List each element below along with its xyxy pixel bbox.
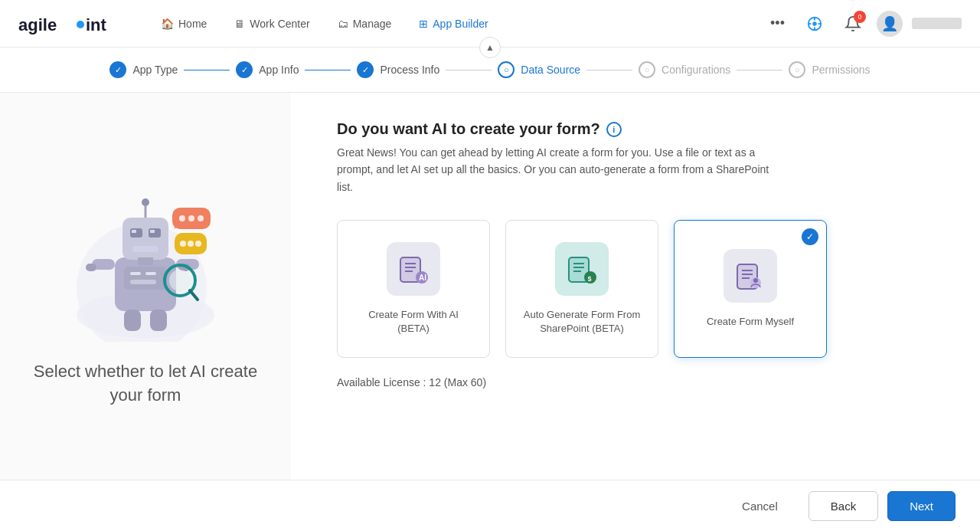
next-button[interactable]: Next: [887, 491, 956, 521]
card-label-myself: Create Form Myself: [707, 315, 794, 329]
svg-rect-29: [145, 272, 156, 275]
robot-illustration: [61, 166, 230, 342]
card-icon-myself: [724, 249, 777, 303]
step-label-permissions: Permissions: [812, 64, 870, 76]
footer: Cancel Back Next: [0, 480, 980, 531]
svg-point-39: [195, 241, 201, 247]
home-icon: 🏠: [161, 18, 174, 30]
step-circle-configurations: ○: [639, 61, 655, 78]
svg-rect-30: [130, 280, 156, 284]
card-create-myself[interactable]: ✓ Create Form Myself: [674, 220, 827, 358]
stepper-container: ▲ ✓ App Type ✓ App Info ✓ Process Info ○…: [0, 48, 980, 93]
svg-point-4: [812, 21, 817, 26]
svg-point-32: [179, 215, 185, 221]
more-menu[interactable]: •••: [764, 9, 791, 38]
monitor-icon: 🖥: [234, 18, 245, 30]
svg-text:int: int: [86, 15, 107, 34]
step-label-data-source: Data Source: [521, 64, 580, 76]
card-icon-sharepoint: $: [555, 242, 609, 296]
username-label[interactable]: blurred text: [912, 18, 962, 29]
avatar-icon: 👤: [881, 15, 898, 32]
svg-point-38: [188, 241, 194, 247]
step-circle-app-type: ✓: [109, 61, 126, 78]
step-app-type[interactable]: ✓ App Type: [109, 61, 178, 78]
logo[interactable]: agile int: [18, 11, 118, 37]
card-label-ai: Create Form With AI (BETA): [353, 308, 474, 336]
svg-point-63: [753, 278, 758, 283]
notifications-btn[interactable]: 0: [838, 9, 867, 38]
card-label-sharepoint: Auto Generate Form From SharePoint (BETA…: [521, 308, 642, 336]
agilepoint-icon-btn[interactable]: [800, 9, 829, 38]
card-icon-ai: AI: [387, 242, 440, 296]
nav-home[interactable]: 🏠 Home: [149, 11, 219, 36]
notification-badge: 0: [854, 11, 866, 23]
step-label-process-info: Process Info: [380, 64, 439, 76]
step-permissions[interactable]: ○ Permissions: [789, 61, 870, 78]
step-label-app-info: App Info: [259, 64, 299, 76]
svg-text:agile: agile: [18, 15, 57, 34]
nav-app-builder[interactable]: ⊞ App Builder: [407, 11, 500, 36]
step-circle-process-info: ✓: [357, 61, 374, 78]
main-nav: 🏠 Home 🖥 Work Center 🗂 Manage ⊞ App Buil…: [149, 11, 764, 36]
step-app-info[interactable]: ✓ App Info: [236, 61, 299, 78]
info-icon[interactable]: i: [606, 122, 622, 137]
main-content: Select whether to let AI create your for…: [0, 93, 980, 480]
nav-work-center[interactable]: 🖥 Work Center: [222, 11, 322, 36]
svg-rect-28: [130, 272, 141, 275]
connector-3: [446, 70, 492, 70]
user-avatar[interactable]: 👤: [877, 11, 903, 37]
nav-manage[interactable]: 🗂 Manage: [325, 11, 404, 36]
svg-rect-14: [130, 228, 142, 238]
step-circle-data-source: ○: [498, 61, 514, 78]
connector-4: [586, 70, 632, 70]
svg-point-37: [180, 241, 186, 247]
connector-5: [737, 70, 782, 70]
connector-1: [184, 70, 230, 70]
step-process-info[interactable]: ✓ Process Info: [357, 61, 439, 78]
section-title: Do you want AI to create your form? i: [337, 120, 934, 138]
header-right: ••• 0 👤 blurred text: [764, 9, 962, 38]
svg-rect-12: [122, 218, 168, 260]
svg-rect-16: [132, 230, 136, 233]
svg-text:$: $: [588, 274, 592, 282]
left-title: Select whether to let AI create your for…: [31, 360, 260, 408]
svg-rect-17: [150, 230, 155, 233]
step-circle-app-info: ✓: [236, 61, 253, 78]
svg-point-1: [77, 21, 84, 28]
svg-point-34: [198, 215, 204, 221]
card-create-with-ai[interactable]: AI Create Form With AI (BETA): [337, 220, 490, 358]
card-auto-generate[interactable]: $ Auto Generate Form From SharePoint (BE…: [505, 220, 658, 358]
svg-rect-27: [124, 267, 167, 290]
connector-2: [305, 70, 351, 70]
svg-rect-26: [150, 310, 167, 331]
step-label-app-type: App Type: [132, 64, 178, 76]
svg-point-33: [188, 215, 194, 221]
step-data-source[interactable]: ○ Data Source: [498, 61, 580, 78]
svg-rect-25: [124, 310, 141, 331]
svg-rect-13: [138, 257, 153, 265]
step-configurations[interactable]: ○ Configurations: [639, 61, 730, 78]
svg-rect-15: [149, 228, 161, 238]
grid-icon: ⊞: [419, 18, 428, 30]
svg-point-41: [169, 270, 191, 291]
step-circle-permissions: ○: [789, 61, 805, 78]
right-panel: Do you want AI to create your form? i Gr…: [291, 93, 980, 480]
license-text: Available License : 12 (Max 60): [337, 376, 934, 388]
back-button[interactable]: Back: [808, 491, 878, 521]
svg-text:AI: AI: [419, 274, 426, 282]
section-description: Great News! You can get ahead by letting…: [337, 144, 781, 195]
card-check-icon: ✓: [802, 228, 818, 245]
svg-rect-18: [132, 246, 158, 252]
left-panel: Select whether to let AI create your for…: [0, 93, 291, 480]
svg-rect-23: [86, 264, 96, 271]
options-cards: AI Create Form With AI (BETA) $: [337, 220, 934, 358]
step-label-configurations: Configurations: [662, 64, 730, 76]
stepper-toggle[interactable]: ▲: [479, 37, 501, 58]
manage-icon: 🗂: [338, 18, 348, 30]
cancel-button[interactable]: Cancel: [720, 492, 799, 520]
svg-point-20: [142, 198, 149, 206]
